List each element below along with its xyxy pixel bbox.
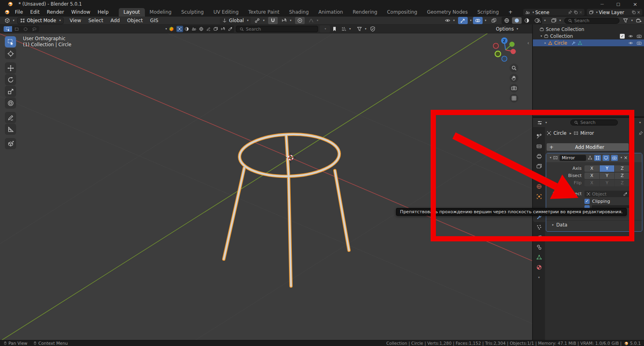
properties-search[interactable] (570, 119, 618, 126)
filter-object-button[interactable] (176, 26, 183, 32)
realtime-display-toggle[interactable] (603, 155, 609, 161)
add-workspace-button[interactable]: + (504, 8, 517, 16)
breadcrumb-modifier[interactable]: Mirror (580, 130, 594, 136)
xray-toggle[interactable] (489, 17, 499, 24)
menu-help[interactable]: Help (94, 9, 112, 15)
minimize-button[interactable]: — (594, 2, 610, 6)
disable-render-camera-icon[interactable] (637, 41, 642, 45)
copy-view-layer-icon[interactable] (632, 10, 636, 14)
gizmo-axis-neg-x[interactable] (493, 43, 499, 49)
asset-search-input[interactable] (246, 27, 314, 32)
breadcrumb-object[interactable]: Circle (553, 130, 566, 136)
tab-particles[interactable] (533, 222, 545, 232)
data-subpanel-header[interactable]: ▸ Data (546, 220, 642, 229)
display-mode-dropdown[interactable]: ▾ (339, 25, 353, 33)
workspace-tab-texture-paint[interactable]: Texture Paint (244, 8, 284, 16)
properties-editor-type-button[interactable]: ▾ (536, 119, 548, 126)
pivot-point-dropdown[interactable]: ▾ (252, 17, 266, 24)
viewport-canvas[interactable] (0, 33, 532, 340)
flip-z-button[interactable]: Z (615, 180, 630, 186)
chevron-down-icon[interactable]: ▾ (550, 156, 551, 159)
outliner-search-input[interactable] (574, 18, 616, 23)
filter-snap-button[interactable] (220, 27, 227, 31)
workspace-tab-modeling[interactable]: Modeling (145, 8, 177, 16)
pin-icon[interactable] (638, 131, 643, 136)
hide-eye-icon[interactable] (628, 41, 633, 45)
asset-search[interactable] (236, 26, 318, 32)
modifier-panel-header[interactable]: ▾ ▾ × (546, 153, 642, 162)
gizmo-axis-y[interactable] (510, 42, 515, 47)
edit-mode-display-icon[interactable] (588, 155, 592, 160)
axis-x-button[interactable]: X (584, 165, 599, 172)
gizmo-axis-neg-y[interactable] (495, 51, 501, 57)
outliner-row-scene-collection[interactable]: Scene Collection (533, 26, 644, 33)
chevron-right-icon[interactable]: ▸ (545, 41, 546, 45)
tool-annotate[interactable] (5, 112, 16, 123)
add-modifier-button[interactable]: + Add Modifier (547, 143, 629, 151)
menu-add[interactable]: Add (107, 18, 124, 23)
chevron-down-icon[interactable]: ▾ (639, 121, 641, 124)
tool-add-cube[interactable] (5, 138, 16, 149)
filter-dropdown[interactable]: ▾ (355, 25, 369, 33)
outliner-filter-type-dropdown[interactable]: ▾ (549, 17, 563, 24)
workspace-tab-compositing[interactable]: Compositing (382, 8, 422, 16)
options-dropdown[interactable]: Options ▾ (496, 25, 518, 33)
tab-physics[interactable] (533, 232, 545, 242)
tabs-overflow-chevron[interactable]: ▾ (533, 272, 545, 282)
shading-wireframe-button[interactable] (502, 17, 512, 24)
menu-file[interactable]: File (11, 9, 27, 15)
zoom-view-button[interactable] (510, 64, 518, 72)
modifier-extras-chevron-icon[interactable]: ▾ (621, 156, 622, 159)
workspace-tab-rendering[interactable]: Rendering (348, 8, 382, 16)
modifier-name-field[interactable] (559, 155, 586, 161)
select-lasso-button[interactable] (30, 26, 39, 32)
mirror-object-field[interactable]: Object (584, 191, 630, 197)
bisect-y-button[interactable]: Y (600, 173, 615, 179)
tool-cursor[interactable] (5, 48, 16, 59)
snap-with-dropdown[interactable]: ▾ (279, 17, 293, 24)
delete-modifier-icon[interactable]: × (624, 155, 628, 161)
menu-gis[interactable]: GIS (147, 18, 162, 23)
new-collection-icon[interactable] (636, 18, 642, 23)
outliner-search[interactable] (564, 18, 620, 24)
workspace-tab-animation[interactable]: Animation (314, 8, 348, 16)
filter-brush-button[interactable] (205, 27, 212, 31)
tab-output[interactable] (533, 151, 545, 161)
workspace-tab-shading[interactable]: Shading (284, 8, 314, 16)
outliner-row-collection[interactable]: ▾ Collection ✓ (533, 33, 644, 39)
pin-icon[interactable] (568, 10, 572, 14)
remove-view-layer-icon[interactable]: × (637, 10, 640, 14)
menu-edit[interactable]: Edit (27, 9, 43, 15)
properties-search-input[interactable] (580, 120, 614, 125)
select-box-button[interactable] (12, 26, 21, 32)
proportional-falloff-dropdown[interactable]: ▾ (306, 17, 320, 24)
view-layer-selector[interactable]: ▾ View Layer × (587, 9, 642, 16)
select-circle-button[interactable] (21, 26, 30, 32)
workspace-tab-uv-editing[interactable]: UV Editing (208, 8, 244, 16)
camera-view-button[interactable] (510, 84, 518, 93)
close-button[interactable]: × (626, 1, 644, 7)
tool-rotate[interactable] (5, 74, 16, 85)
show-gizmo-dropdown[interactable]: ▾ (443, 17, 457, 24)
tool-scale[interactable] (5, 86, 16, 97)
menu-window[interactable]: Window (68, 9, 94, 15)
workspace-tab-scripting[interactable]: Scripting (473, 8, 504, 16)
clipping-checkbox[interactable]: ✓ (584, 199, 590, 204)
tab-scene[interactable] (533, 171, 545, 181)
scene-selector[interactable]: ▾ Scene × (523, 9, 584, 16)
bookmark-icon[interactable] (332, 26, 337, 32)
chevron-down-icon[interactable]: ▾ (541, 35, 542, 38)
proportional-editing-toggle[interactable] (295, 17, 305, 24)
overlays-toggle[interactable] (473, 17, 483, 24)
outliner-display-mode-dropdown[interactable]: ▾ (534, 17, 548, 24)
tab-constraints[interactable] (533, 242, 545, 252)
tab-world[interactable] (533, 181, 545, 192)
maximize-button[interactable]: □ (610, 2, 626, 6)
filter-scene-button[interactable] (191, 27, 198, 31)
on-cage-toggle[interactable] (594, 155, 601, 161)
menu-select[interactable]: Select (85, 18, 107, 23)
collapsed-enum-button[interactable]: ▾ (320, 25, 330, 33)
tab-view-layer[interactable] (533, 161, 545, 171)
blender-menu-icon[interactable] (4, 9, 10, 15)
bisect-z-button[interactable]: Z (615, 173, 630, 179)
